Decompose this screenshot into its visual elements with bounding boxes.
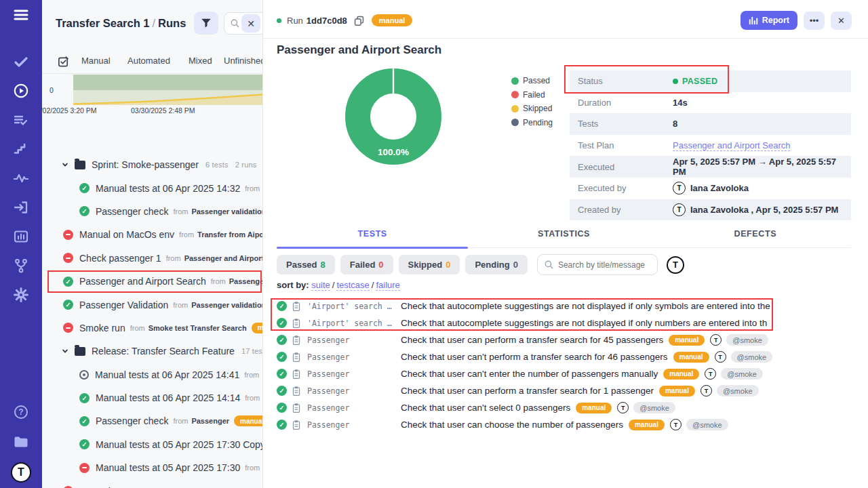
manual-badge: manual xyxy=(234,415,263,426)
tab-automated[interactable]: Automated xyxy=(127,56,170,66)
test-row[interactable]: Passenger Check that user can't enter th… xyxy=(277,365,868,382)
smoke-tag[interactable]: @smoke xyxy=(726,334,768,346)
tree-run-item[interactable]: Manual on MacOs env from Transfer from A… xyxy=(42,223,263,246)
import-sign-in-icon[interactable] xyxy=(13,199,29,216)
test-title[interactable]: Check that user can't select 0 passenger… xyxy=(401,403,570,413)
from-label: from xyxy=(173,207,188,216)
test-title[interactable]: Check that user can perform a transfer s… xyxy=(401,386,654,396)
run-source: Smoke test Transfer Search xyxy=(149,324,247,332)
test-suite: 'Airport' search … xyxy=(307,319,394,328)
menu-icon[interactable] xyxy=(13,7,29,23)
legend-dot-failed xyxy=(511,91,519,98)
smoke-tag[interactable]: @smoke xyxy=(686,419,728,430)
git-branch-icon[interactable] xyxy=(13,258,29,274)
tree-run-item[interactable]: Manual tests at 05 Apr 2025 17:30 from T… xyxy=(42,456,263,479)
report-button[interactable]: Report xyxy=(741,11,797,30)
settings-gear-icon[interactable] xyxy=(13,287,29,303)
tree-run-item[interactable]: Passenger check from Passenger manual 6 xyxy=(42,409,263,432)
tree-run-item[interactable]: Smoke run from Smoke test Transfer Searc… xyxy=(42,317,263,340)
test-row[interactable]: Passenger Check that user can't perform … xyxy=(277,348,868,365)
test-title[interactable]: Check that user can perform a transfer s… xyxy=(401,335,663,345)
smoke-tag[interactable]: @smoke xyxy=(721,368,763,380)
run-passed-icon xyxy=(79,393,90,403)
test-title[interactable]: Check that autocomplete suggestings are … xyxy=(401,318,767,328)
chevron-down-icon[interactable] xyxy=(62,348,68,354)
tree-run-item[interactable]: Manual tests at 05 Apr 2025 17:30 Copy f… xyxy=(42,433,263,456)
chart-y-zero-label: 0 xyxy=(50,86,54,94)
test-row[interactable]: 'Airport' search … Check that autocomple… xyxy=(277,298,868,314)
donut-legend: Passed Failed Skipped Pending xyxy=(511,76,553,131)
tab-statistics[interactable]: STATISTICS xyxy=(468,229,659,247)
filter-skipped[interactable]: Skipped0 xyxy=(399,255,460,274)
test-plans-list-check-icon[interactable] xyxy=(13,112,29,128)
test-row[interactable]: Passenger Check that user can perform a … xyxy=(277,382,868,399)
test-row[interactable]: Passenger Check that user can't select 0… xyxy=(277,399,868,416)
close-run-button[interactable]: ✕ xyxy=(831,12,852,30)
filter-funnel-button[interactable] xyxy=(194,12,218,35)
steps-icon[interactable] xyxy=(13,141,29,157)
test-row[interactable]: Passenger Check that user can choose the… xyxy=(277,416,868,433)
breadcrumb-project[interactable]: Transfer Search 1 xyxy=(56,17,150,29)
summary-row-status: Status PASSED xyxy=(570,70,851,92)
test-title[interactable]: Check that autocomplete suggestings are … xyxy=(401,301,770,311)
tab-tests[interactable]: TESTS xyxy=(277,229,468,247)
sort-by-testcase[interactable]: testcase xyxy=(336,280,369,291)
test-title[interactable]: Check that user can't enter the number o… xyxy=(401,369,658,379)
folder-icon xyxy=(75,347,85,356)
runs-trend-chart[interactable]: 0 xyxy=(42,75,263,105)
testomat-logo[interactable]: T xyxy=(11,462,31,483)
filter-failed[interactable]: Failed0 xyxy=(340,255,393,274)
tree-run-item-selected[interactable]: Passenger and Airport Search from Passen… xyxy=(42,270,263,293)
activity-pulse-icon[interactable] xyxy=(13,170,29,186)
tests-search-box[interactable] xyxy=(537,254,658,275)
tree-run-item[interactable]: Manual tests at 06 Apr 2025 14:14 from P… xyxy=(42,386,263,409)
smoke-tag[interactable]: @smoke xyxy=(717,385,759,396)
tests-search-input[interactable] xyxy=(558,260,657,270)
run-label: Manual tests at 06 Apr 2025 14:41 xyxy=(95,369,239,380)
assignee-avatar-button[interactable]: T xyxy=(667,256,684,274)
projects-folder-icon[interactable] xyxy=(13,433,29,449)
filter-passed[interactable]: Passed8 xyxy=(277,255,335,274)
folder-label: Release: Transfer Search Feature xyxy=(92,346,235,357)
results-donut-chart[interactable]: 100.0% xyxy=(343,66,443,167)
test-title[interactable]: Check that user can't perform a transfer… xyxy=(401,352,668,362)
tree-run-item[interactable]: Check passenger 1 from Passenger and Air… xyxy=(42,247,263,270)
test-row[interactable]: Passenger Check that user can perform a … xyxy=(277,331,868,348)
sort-by-suite[interactable]: suite xyxy=(311,280,330,291)
run-label: Passenger Validation xyxy=(79,300,168,310)
runs-panel: Transfer Search 1/Runs ✕ Manual Automate… xyxy=(42,0,263,488)
smoke-tag[interactable]: @smoke xyxy=(731,351,773,363)
tree-run-item[interactable]: Manual tests at 06 Mar 2025 14:43 from xyxy=(42,479,263,488)
tree-run-item[interactable]: Manual tests at 06 Apr 2025 14:41 from T… xyxy=(42,363,263,386)
copy-run-id-icon[interactable] xyxy=(353,15,365,26)
tab-defects[interactable]: DEFECTS xyxy=(660,229,851,247)
tree-folder-release[interactable]: Release: Transfer Search Feature 17 test… xyxy=(42,340,263,363)
run-actions: Report ••• ✕ xyxy=(741,11,852,30)
chevron-down-icon[interactable] xyxy=(62,161,68,168)
runs-play-circle-icon[interactable] xyxy=(13,83,29,99)
sort-by-failure[interactable]: failure xyxy=(376,280,399,291)
run-title: Passenger and Airport Search xyxy=(277,43,441,57)
tests-check-icon[interactable] xyxy=(13,54,29,70)
run-label: Smoke run xyxy=(79,323,125,333)
tree-folder-sprint[interactable]: Sprint: Smoke-passenger 6 tests2 runs xyxy=(42,153,263,176)
tab-manual[interactable]: Manual xyxy=(81,56,111,66)
reports-bar-chart-icon[interactable] xyxy=(13,228,29,245)
test-title[interactable]: Check that user can choose the number of… xyxy=(401,420,623,430)
select-all-icon[interactable] xyxy=(57,55,70,70)
tab-unfinished[interactable]: Unfinished xyxy=(224,56,263,66)
report-chart-icon xyxy=(749,16,758,25)
tree-run-item[interactable]: Passenger Validation from Passenger vali… xyxy=(42,293,263,316)
runs-search-clear-button[interactable]: ✕ xyxy=(241,14,260,33)
smoke-tag[interactable]: @smoke xyxy=(633,402,675,413)
run-source: Transfer from Aiport xyxy=(197,230,263,239)
help-icon[interactable]: ? xyxy=(13,404,29,420)
more-options-button[interactable]: ••• xyxy=(804,12,825,30)
tab-mixed[interactable]: Mixed xyxy=(189,56,212,66)
run-blocked-icon xyxy=(79,463,90,473)
test-plan-link[interactable]: Passenger and Airport Search xyxy=(673,140,790,151)
tree-run-item[interactable]: Passenger check from Passenger validatio… xyxy=(42,200,263,223)
test-row[interactable]: 'Airport' search … Check that autocomple… xyxy=(277,314,868,331)
tree-run-item[interactable]: Manual tests at 06 Apr 2025 14:32 from P… xyxy=(42,176,263,199)
filter-pending[interactable]: Pending0 xyxy=(465,255,528,274)
